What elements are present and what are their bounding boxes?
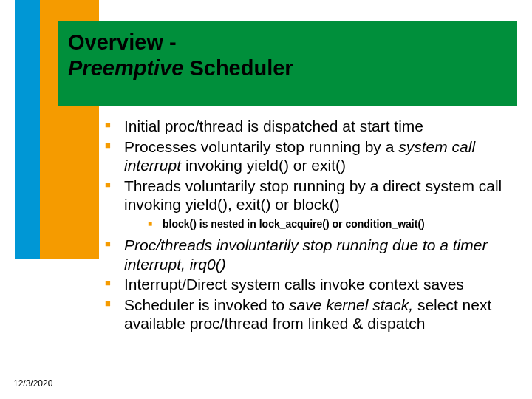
bullet-text-italic: save kernel stack,	[289, 296, 413, 313]
bullet-item: Interrupt/Direct system calls invoke con…	[99, 275, 522, 294]
slide: Overview - Preemptive Scheduler Initial …	[0, 0, 532, 399]
title-scheduler: Scheduler	[183, 56, 293, 80]
bullet-text-italic: Proc/threads involuntarily stop running …	[124, 236, 487, 273]
nested-list: block() is nested in lock_acquire() or c…	[124, 217, 522, 231]
title-box: Overview - Preemptive Scheduler	[58, 21, 517, 106]
bullet-text: Initial proc/thread is dispatched at sta…	[124, 117, 423, 134]
bullet-item: Initial proc/thread is dispatched at sta…	[99, 117, 522, 136]
bullet-text: Processes voluntarily stop running by a	[124, 138, 398, 155]
accent-blue-strip	[15, 0, 40, 259]
bullet-item: Processes voluntarily stop running by a …	[99, 137, 522, 175]
bullet-item: Threads voluntarily stop running by a di…	[99, 177, 522, 231]
bullet-text: invoking yield() or exit()	[181, 157, 346, 174]
bullet-text: Threads voluntarily stop running by a di…	[124, 177, 502, 214]
bullet-item: Scheduler is invoked to save kernel stac…	[99, 296, 522, 333]
nested-item: block() is nested in lock_acquire() or c…	[145, 217, 522, 231]
nested-text: block() is nested in lock_acquire() or c…	[163, 218, 425, 230]
footer-date: 12/3/2020	[13, 378, 52, 389]
title-overview: Overview -	[68, 30, 177, 54]
bullet-item: Proc/threads involuntarily stop running …	[99, 236, 522, 273]
slide-title: Overview - Preemptive Scheduler	[68, 30, 505, 81]
bullet-text: Scheduler is invoked to	[124, 296, 289, 313]
bullet-list: Initial proc/thread is dispatched at sta…	[99, 117, 522, 333]
content-area: Initial proc/thread is dispatched at sta…	[99, 117, 522, 335]
bullet-text: Interrupt/Direct system calls invoke con…	[124, 276, 464, 293]
title-preemptive: Preemptive	[68, 56, 183, 80]
